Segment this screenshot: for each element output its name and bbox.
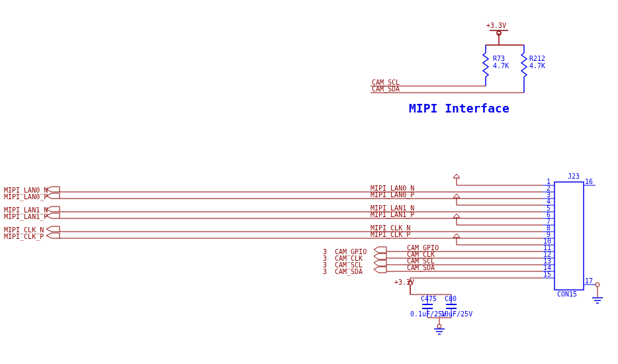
gnd-stubs xyxy=(453,174,543,245)
resistor-r212: R212 4.7K xyxy=(521,45,545,93)
svg-text:16: 16 xyxy=(585,178,593,185)
r212-ref: R212 xyxy=(529,55,545,62)
power-rail-top: +3.3V xyxy=(486,22,524,45)
svg-text:CAM_SDA: CAM_SDA xyxy=(335,268,363,276)
svg-point-113 xyxy=(437,324,441,328)
connector-j23: J23 CON15 1 2 3 4 5 6 7 8 9 10 11 12 13 … xyxy=(543,173,603,303)
svg-marker-47 xyxy=(46,187,60,192)
svg-text:3: 3 xyxy=(323,268,327,275)
svg-marker-55 xyxy=(46,226,60,232)
svg-text:MIPI_CLK_P: MIPI_CLK_P xyxy=(371,231,410,239)
far-left-ports: MIPI_LAN0_N MIPI_LAN0_P MIPI_LAN1_N MIPI… xyxy=(4,187,543,241)
port-lan0p: MIPI_LAN0_P xyxy=(4,193,48,201)
svg-marker-73 xyxy=(374,247,386,253)
net-cam-sda-top: CAM_SDA xyxy=(372,85,400,93)
svg-marker-56 xyxy=(46,233,60,238)
section-title: MIPI Interface xyxy=(409,101,509,115)
port-clkp: MIPI_CLK_P xyxy=(4,233,44,241)
svg-text:10uF/25V: 10uF/25V xyxy=(441,310,472,318)
svg-marker-48 xyxy=(46,193,60,199)
r73-ref: R73 xyxy=(493,55,505,62)
svg-marker-78 xyxy=(374,253,386,259)
svg-text:15: 15 xyxy=(543,271,551,278)
cam-offpage-ports: 3 CAM_GPIO CAM_GPIO 3 CAM_CLK CAM_CLK 3 … xyxy=(323,244,543,276)
j23-ref: J23 xyxy=(568,173,580,180)
svg-marker-83 xyxy=(374,260,386,266)
svg-marker-51 xyxy=(46,206,60,212)
j23-type: CON15 xyxy=(557,291,577,298)
svg-text:17: 17 xyxy=(585,277,593,285)
svg-text:C475: C475 xyxy=(421,295,437,302)
svg-point-45 xyxy=(596,283,599,287)
svg-text:C80: C80 xyxy=(445,295,457,302)
schematic-canvas: +3.3V R73 4.7K R212 4.7K CAM_SCL CAM_SDA… xyxy=(0,0,618,364)
j23-left-pins: 1 2 3 4 5 6 7 8 9 10 11 12 13 14 15 xyxy=(543,178,554,278)
svg-text:CAM_SDA: CAM_SDA xyxy=(407,264,435,272)
decoupling-network: +3.3V C475 0.1uF/25V C80 10uF/25V xyxy=(394,278,543,334)
svg-marker-88 xyxy=(374,267,386,273)
svg-rect-10 xyxy=(554,182,584,290)
svg-marker-52 xyxy=(46,213,60,218)
svg-text:MIPI_LAN0_P: MIPI_LAN0_P xyxy=(371,191,414,199)
svg-text:MIPI_LAN1_P: MIPI_LAN1_P xyxy=(371,211,414,219)
r73-val: 4.7K xyxy=(493,62,509,69)
power-label-top: +3.3V xyxy=(486,22,506,29)
resistor-r73: R73 4.7K xyxy=(483,45,509,86)
port-lan1p: MIPI_LAN1_P xyxy=(4,213,48,221)
r212-val: 4.7K xyxy=(529,62,545,69)
